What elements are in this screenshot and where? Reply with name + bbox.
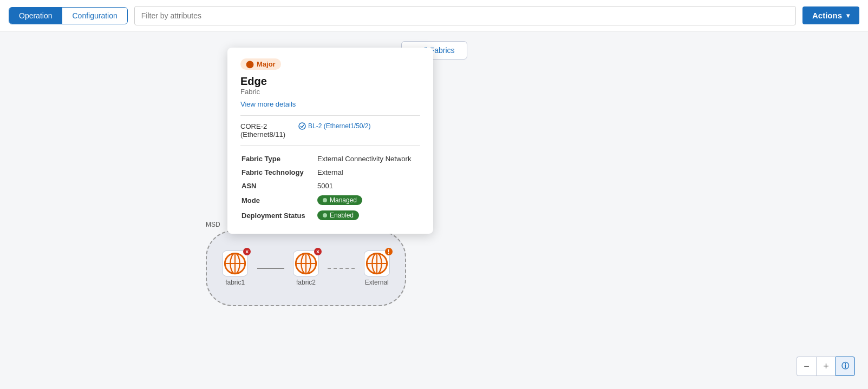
asn-label: ASN xyxy=(240,179,316,193)
canvas: ‹ All Fabrics ! xyxy=(0,31,868,389)
fabric-tech-value: External xyxy=(316,166,420,179)
svg-point-7 xyxy=(225,253,245,273)
table-row-asn: ASN 5001 xyxy=(240,179,420,193)
popup-table: Fabric Type External Connectivity Networ… xyxy=(240,152,420,223)
fabric2-icon-wrap: × xyxy=(293,250,319,276)
fabric-type-value: External Connectivity Network xyxy=(316,152,420,166)
table-row-fabric-type: Fabric Type External Connectivity Networ… xyxy=(240,152,420,166)
actions-button[interactable]: Actions ▾ xyxy=(802,6,859,24)
mode-badge: Managed xyxy=(317,195,362,205)
msd-node-fabric2[interactable]: × fabric2 xyxy=(293,250,319,286)
table-row-fabric-tech: Fabric Technology External xyxy=(240,166,420,179)
popup-subtitle: Fabric xyxy=(240,88,420,96)
tab-operation[interactable]: Operation xyxy=(9,8,62,24)
asn-value: 5001 xyxy=(316,179,420,193)
fabric2-label: fabric2 xyxy=(296,279,316,286)
deploy-status-dot xyxy=(323,213,327,217)
top-bar: Operation Configuration Actions ▾ xyxy=(0,0,868,31)
severity-badge: ⬤ Major xyxy=(240,58,281,70)
deploy-value: Enabled xyxy=(316,208,420,223)
popup-card: ⬤ Major Edge Fabric View more details CO… xyxy=(227,48,433,234)
svg-point-15 xyxy=(367,253,387,273)
mode-badge-label: Managed xyxy=(330,196,357,204)
tab-configuration[interactable]: Configuration xyxy=(62,8,127,24)
view-details-link[interactable]: View more details xyxy=(240,100,296,108)
svg-point-12 xyxy=(301,253,310,273)
msd-node-fabric1[interactable]: × fabric1 xyxy=(222,250,248,286)
svg-point-16 xyxy=(372,253,381,273)
msd-group: MSD × fabric1 xyxy=(206,221,406,307)
fabric2-globe-icon xyxy=(293,251,318,276)
popup-title: Edge xyxy=(240,75,420,88)
severity-label: Major xyxy=(257,60,276,68)
table-row-deploy: Deployment Status Enabled xyxy=(240,208,420,223)
table-row-mode: Mode Managed xyxy=(240,193,420,208)
svg-point-19 xyxy=(299,123,305,129)
actions-label: Actions xyxy=(812,11,842,20)
svg-point-11 xyxy=(296,253,316,273)
fabric1-icon-wrap: × xyxy=(222,250,248,276)
info-button[interactable]: ⓘ xyxy=(836,357,855,376)
filter-input[interactable] xyxy=(134,6,796,25)
mode-value: Managed xyxy=(316,193,420,208)
zoom-in-button[interactable]: + xyxy=(816,357,836,376)
major-dot-icon: ⬤ xyxy=(246,60,254,68)
mode-label: Mode xyxy=(240,193,316,208)
popup-connections: CORE-2 (Ethernet8/11) BL-2 (Ethernet1/50… xyxy=(240,115,420,139)
conn1-sub: (Ethernet8/11) xyxy=(240,130,285,139)
fabric-type-label: Fabric Type xyxy=(240,152,316,166)
deploy-badge-label: Enabled xyxy=(330,212,354,219)
deploy-badge: Enabled xyxy=(317,210,359,220)
msd-connector-dashed xyxy=(328,268,355,269)
zoom-out-button[interactable]: − xyxy=(797,357,816,376)
msd-node-external[interactable]: ! External xyxy=(364,250,390,286)
popup-details: Fabric Type External Connectivity Networ… xyxy=(240,145,420,223)
tab-group: Operation Configuration xyxy=(9,7,128,24)
external-icon-wrap: ! xyxy=(364,250,390,276)
conn-item-2: BL-2 (Ethernet1/50/2) xyxy=(298,122,370,139)
fabric1-label: fabric1 xyxy=(225,279,245,286)
msd-connector-solid xyxy=(257,268,284,269)
external-alert-dot: ! xyxy=(385,248,393,255)
fabric1-globe-icon xyxy=(223,251,247,276)
deploy-label: Deployment Status xyxy=(240,208,316,223)
external-label: External xyxy=(365,279,389,286)
mode-status-dot xyxy=(323,198,327,202)
fabric1-alert-dot: × xyxy=(243,248,251,255)
conn1-label: CORE-2 xyxy=(240,122,267,130)
circle-check-icon xyxy=(298,122,306,130)
conn2-label: BL-2 (Ethernet1/50/2) xyxy=(308,122,370,130)
fabric2-alert-dot: × xyxy=(314,248,322,255)
chevron-down-icon: ▾ xyxy=(846,12,850,19)
conn-item-1: CORE-2 (Ethernet8/11) xyxy=(240,122,285,139)
msd-container: × fabric1 × xyxy=(206,230,406,306)
zoom-controls: − + ⓘ xyxy=(797,357,855,376)
fabric-tech-label: Fabric Technology xyxy=(240,166,316,179)
svg-point-8 xyxy=(231,253,240,273)
external-globe-icon xyxy=(364,251,389,276)
